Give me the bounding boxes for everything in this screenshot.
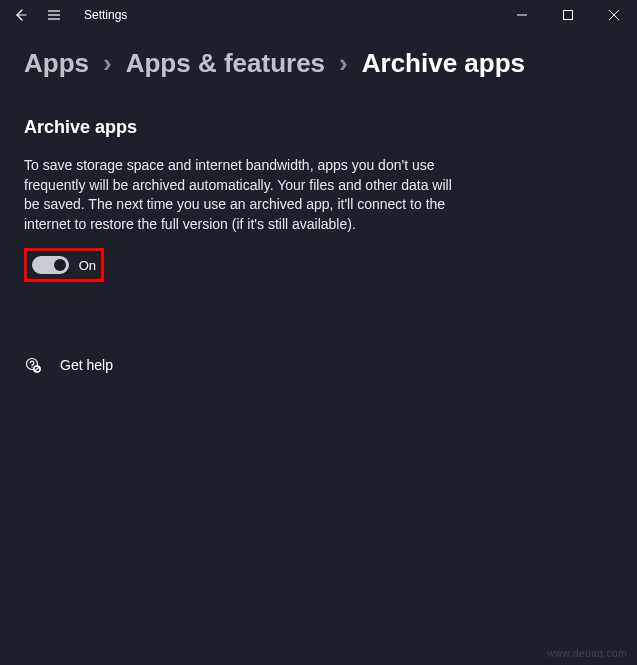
chevron-right-icon: › bbox=[339, 48, 348, 79]
breadcrumb: Apps › Apps & features › Archive apps bbox=[24, 48, 613, 79]
maximize-button[interactable] bbox=[545, 0, 591, 30]
help-icon bbox=[24, 356, 42, 374]
breadcrumb-apps-features[interactable]: Apps & features bbox=[126, 48, 325, 79]
close-button[interactable] bbox=[591, 0, 637, 30]
back-icon[interactable] bbox=[12, 7, 28, 23]
svg-line-13 bbox=[38, 367, 39, 368]
archive-toggle-highlight: On bbox=[24, 248, 104, 282]
title-bar: Settings bbox=[0, 0, 637, 30]
watermark: www.deuaq.com bbox=[547, 648, 627, 659]
archive-toggle[interactable] bbox=[32, 256, 69, 274]
page-heading: Archive apps bbox=[24, 117, 613, 138]
svg-point-9 bbox=[32, 367, 33, 368]
menu-icon[interactable] bbox=[46, 7, 62, 23]
get-help-link[interactable]: Get help bbox=[24, 356, 613, 374]
toggle-state-label: On bbox=[79, 258, 96, 273]
toggle-knob bbox=[54, 259, 66, 271]
breadcrumb-archive-apps: Archive apps bbox=[362, 48, 525, 79]
breadcrumb-apps[interactable]: Apps bbox=[24, 48, 89, 79]
chevron-right-icon: › bbox=[103, 48, 112, 79]
svg-rect-5 bbox=[564, 11, 573, 20]
window-title: Settings bbox=[84, 8, 127, 22]
help-label: Get help bbox=[60, 357, 113, 373]
minimize-button[interactable] bbox=[499, 0, 545, 30]
page-description: To save storage space and internet bandw… bbox=[24, 156, 464, 234]
